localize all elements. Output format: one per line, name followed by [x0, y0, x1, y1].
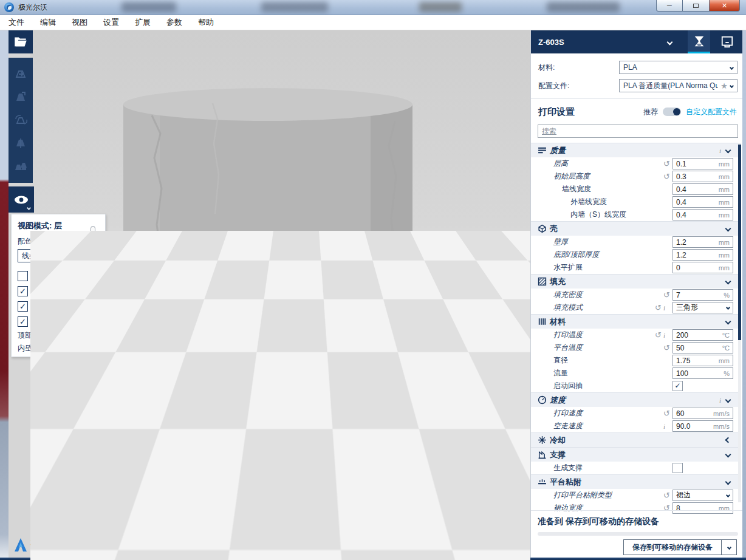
- view-option-label: 顶部/底部: [18, 330, 80, 341]
- tab-monitor[interactable]: [716, 30, 738, 53]
- layer-slider-track-upper[interactable]: [91, 226, 95, 287]
- revert-icon[interactable]: ↺: [655, 304, 662, 312]
- material-icon: [538, 317, 550, 326]
- close-button[interactable]: ✕: [710, 0, 740, 12]
- setting-unit: mm: [719, 199, 730, 206]
- settings-section-header[interactable]: 速度i: [531, 392, 739, 407]
- setting-checkbox[interactable]: ✓: [672, 381, 683, 391]
- save-options-dropdown[interactable]: [721, 540, 736, 555]
- custom-profile-link[interactable]: 自定义配置文件: [686, 107, 737, 117]
- save-button-label[interactable]: 保存到可移动的存储设备: [624, 540, 721, 555]
- settings-scrollbar[interactable]: [738, 143, 741, 502]
- chevron-down-icon: [725, 148, 731, 154]
- revert-icon[interactable]: ↺: [663, 160, 670, 168]
- settings-section-header[interactable]: 材料: [531, 314, 739, 329]
- revert-icon[interactable]: ↺: [663, 504, 670, 512]
- setting-row: 内墙（S）线宽度0.4mm: [531, 208, 739, 221]
- sliced-model[interactable]: [104, 276, 433, 527]
- cooling-icon: [538, 435, 550, 445]
- settings-section-header[interactable]: 质量i: [531, 143, 739, 157]
- layer-slider-lower-handle[interactable]: [87, 341, 99, 352]
- chevron-down-icon: [725, 279, 731, 285]
- settings-section-header[interactable]: 冷却: [531, 432, 739, 447]
- revert-icon[interactable]: ↺: [663, 291, 670, 299]
- setting-unit: °C: [722, 332, 730, 339]
- menu-item[interactable]: 扩展: [135, 17, 151, 28]
- layer-slider-track-lower[interactable]: [91, 286, 95, 347]
- minimize-button[interactable]: ─: [656, 0, 683, 12]
- settings-section-header[interactable]: 壳: [531, 221, 739, 236]
- material-select[interactable]: PLA: [619, 61, 737, 74]
- print-settings-title: 打印设置: [538, 106, 643, 118]
- setting-value-field[interactable]: 0.1mm: [672, 158, 733, 169]
- settings-mode-toggle[interactable]: [663, 108, 681, 116]
- revert-icon[interactable]: ↺: [663, 172, 670, 180]
- mirror-tool[interactable]: [13, 135, 29, 151]
- setting-value-field[interactable]: 8mm: [672, 502, 733, 514]
- tab-prepare[interactable]: [688, 30, 710, 53]
- setting-select[interactable]: 裙边: [672, 490, 733, 501]
- setting-value-field[interactable]: 0.4mm: [672, 183, 733, 195]
- move-tool[interactable]: [13, 66, 29, 82]
- save-to-removable-button[interactable]: 保存到可移动的存储设备: [623, 539, 737, 555]
- revert-icon[interactable]: ↺: [663, 491, 670, 499]
- view-mode-button[interactable]: [9, 186, 34, 213]
- color-scheme-select[interactable]: 线类型: [18, 249, 89, 262]
- maximize-button[interactable]: [683, 0, 710, 12]
- edit-pencil-icon[interactable]: [516, 513, 525, 523]
- setting-value-field[interactable]: 90.0mm/s: [672, 420, 733, 432]
- setting-label: 填充模式: [553, 302, 655, 313]
- setting-value-field[interactable]: 1.2mm: [672, 249, 733, 261]
- setting-row: 水平扩展0mm: [531, 261, 739, 274]
- glass-blur-decoration: [261, 2, 328, 12]
- menu-item[interactable]: 编辑: [40, 17, 56, 28]
- settings-section-header[interactable]: 平台粘附: [531, 474, 739, 489]
- settings-search-input[interactable]: 搜索: [538, 125, 738, 138]
- machine-select[interactable]: Z-603S: [538, 38, 668, 47]
- setting-value-field[interactable]: 7%: [672, 289, 733, 301]
- rotate-tool[interactable]: [13, 112, 29, 128]
- setting-value-field[interactable]: 100%: [672, 367, 733, 379]
- setting-value-field[interactable]: 0.3mm: [672, 171, 733, 182]
- view-option-checkbox[interactable]: ✓: [18, 316, 28, 327]
- brand-name-en: JGAURORA: [30, 548, 70, 553]
- setting-select[interactable]: 三角形: [672, 302, 733, 313]
- setting-value-field[interactable]: 50°C: [672, 342, 733, 353]
- setting-checkbox[interactable]: [672, 463, 683, 473]
- revert-icon[interactable]: ↺: [663, 409, 670, 417]
- layer-slider[interactable]: [89, 226, 97, 351]
- material-usage: 42.57 米 / ~ 126 克: [464, 541, 525, 551]
- menu-item[interactable]: 视图: [72, 17, 87, 28]
- view-option-checkbox[interactable]: ✓: [18, 286, 28, 296]
- setting-label: 空走速度: [553, 421, 663, 431]
- setting-value: 8: [676, 504, 719, 513]
- scale-tool[interactable]: [13, 89, 29, 105]
- setting-value-field[interactable]: 1.2mm: [672, 236, 733, 248]
- machine-header: Z-603S: [531, 30, 743, 53]
- open-file-button[interactable]: [9, 30, 33, 53]
- per-model-settings-tool[interactable]: [13, 159, 29, 174]
- setting-value-field[interactable]: 0.4mm: [672, 209, 733, 220]
- revert-icon[interactable]: ↺: [655, 331, 662, 339]
- setting-value-field[interactable]: 0.4mm: [672, 196, 733, 208]
- view-option-row: 显示空走轨迹: [18, 268, 100, 284]
- chevron-left-icon: [725, 437, 731, 443]
- setting-value-field[interactable]: 1.75mm: [672, 355, 733, 366]
- revert-icon[interactable]: ↺: [663, 344, 670, 352]
- settings-section-header[interactable]: 支撑: [531, 447, 739, 462]
- view-option-checkbox[interactable]: ✓: [18, 301, 28, 312]
- setting-value-field[interactable]: 60mm/s: [672, 408, 733, 419]
- brand-triangle-icon: [13, 537, 28, 553]
- profile-select[interactable]: PLA 普通质量(PLA Norma Qua ★: [619, 79, 737, 92]
- menu-item[interactable]: 文件: [9, 17, 24, 28]
- setting-row: 打印平台粘附类型↺裙边: [531, 489, 739, 502]
- setting-value: 7: [676, 291, 724, 299]
- setting-value-field[interactable]: 200°C: [672, 329, 733, 341]
- menu-item[interactable]: 帮助: [198, 17, 214, 28]
- scrollbar-thumb[interactable]: [738, 145, 741, 340]
- menu-item[interactable]: 参数: [166, 17, 182, 28]
- settings-section-header[interactable]: 填充: [531, 274, 739, 289]
- view-option-checkbox[interactable]: [18, 271, 28, 281]
- menu-item[interactable]: 设置: [103, 17, 119, 28]
- setting-value-field[interactable]: 0mm: [672, 262, 733, 273]
